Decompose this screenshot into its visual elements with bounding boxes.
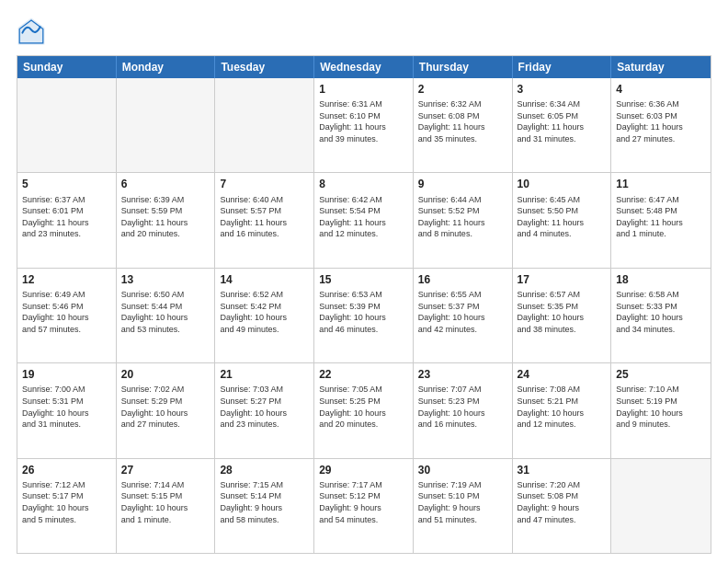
day-number: 11 [616, 177, 706, 191]
day-cell-12: 12Sunrise: 6:49 AM Sunset: 5:46 PM Dayli… [17, 269, 117, 362]
calendar-row-1: 5Sunrise: 6:37 AM Sunset: 6:01 PM Daylig… [17, 172, 711, 267]
calendar-row-3: 19Sunrise: 7:00 AM Sunset: 5:31 PM Dayli… [17, 362, 711, 457]
calendar-header: SundayMondayTuesdayWednesdayThursdayFrid… [17, 56, 711, 78]
day-info: Sunrise: 7:17 AM Sunset: 5:12 PM Dayligh… [319, 479, 408, 525]
day-info: Sunrise: 6:34 AM Sunset: 6:05 PM Dayligh… [518, 98, 607, 144]
day-info: Sunrise: 6:47 AM Sunset: 5:48 PM Dayligh… [616, 194, 706, 240]
logo-icon [17, 17, 46, 46]
day-cell-18: 18Sunrise: 6:58 AM Sunset: 5:33 PM Dayli… [611, 269, 711, 362]
weekday-header-tuesday: Tuesday [215, 56, 314, 78]
calendar: SundayMondayTuesdayWednesdayThursdayFrid… [17, 55, 711, 554]
day-cell-17: 17Sunrise: 6:57 AM Sunset: 5:35 PM Dayli… [513, 269, 612, 362]
day-number: 13 [121, 272, 210, 287]
day-cell-25: 25Sunrise: 7:10 AM Sunset: 5:19 PM Dayli… [611, 363, 711, 457]
day-cell-27: 27Sunrise: 7:14 AM Sunset: 5:15 PM Dayli… [117, 459, 216, 553]
day-cell-16: 16Sunrise: 6:55 AM Sunset: 5:37 PM Dayli… [414, 269, 513, 362]
day-cell-2: 2Sunrise: 6:32 AM Sunset: 6:08 PM Daylig… [414, 78, 513, 172]
day-cell-9: 9Sunrise: 6:44 AM Sunset: 5:52 PM Daylig… [414, 173, 513, 267]
day-info: Sunrise: 6:36 AM Sunset: 6:03 PM Dayligh… [616, 98, 706, 144]
day-info: Sunrise: 7:00 AM Sunset: 5:31 PM Dayligh… [22, 384, 111, 430]
svg-marker-0 [18, 18, 45, 45]
day-info: Sunrise: 7:02 AM Sunset: 5:29 PM Dayligh… [121, 384, 210, 430]
day-info: Sunrise: 6:45 AM Sunset: 5:50 PM Dayligh… [518, 194, 607, 240]
day-cell-20: 20Sunrise: 7:02 AM Sunset: 5:29 PM Dayli… [117, 363, 216, 457]
day-number: 21 [220, 367, 309, 382]
day-cell-21: 21Sunrise: 7:03 AM Sunset: 5:27 PM Dayli… [215, 363, 314, 457]
day-cell-24: 24Sunrise: 7:08 AM Sunset: 5:21 PM Dayli… [513, 363, 612, 457]
day-info: Sunrise: 6:31 AM Sunset: 6:10 PM Dayligh… [319, 98, 408, 144]
day-number: 25 [616, 367, 706, 382]
day-info: Sunrise: 6:44 AM Sunset: 5:52 PM Dayligh… [418, 194, 507, 240]
day-cell-13: 13Sunrise: 6:50 AM Sunset: 5:44 PM Dayli… [117, 269, 216, 362]
day-info: Sunrise: 6:58 AM Sunset: 5:33 PM Dayligh… [616, 289, 706, 335]
day-info: Sunrise: 7:03 AM Sunset: 5:27 PM Dayligh… [220, 384, 309, 430]
day-number: 3 [518, 82, 607, 97]
day-number: 28 [220, 463, 309, 477]
day-number: 30 [418, 463, 507, 477]
day-cell-7: 7Sunrise: 6:40 AM Sunset: 5:57 PM Daylig… [215, 173, 314, 267]
day-cell-1: 1Sunrise: 6:31 AM Sunset: 6:10 PM Daylig… [314, 78, 414, 172]
day-number: 27 [121, 463, 210, 477]
day-number: 17 [518, 272, 607, 287]
day-info: Sunrise: 7:14 AM Sunset: 5:15 PM Dayligh… [121, 479, 210, 525]
day-cell-6: 6Sunrise: 6:39 AM Sunset: 5:59 PM Daylig… [117, 173, 216, 267]
day-number: 5 [22, 177, 111, 191]
day-number: 4 [616, 82, 706, 97]
day-number: 1 [319, 82, 408, 97]
empty-cell-0-1 [117, 78, 216, 172]
day-info: Sunrise: 6:32 AM Sunset: 6:08 PM Dayligh… [418, 98, 507, 144]
day-cell-10: 10Sunrise: 6:45 AM Sunset: 5:50 PM Dayli… [513, 173, 612, 267]
day-info: Sunrise: 6:49 AM Sunset: 5:46 PM Dayligh… [22, 289, 111, 335]
day-cell-5: 5Sunrise: 6:37 AM Sunset: 6:01 PM Daylig… [17, 173, 117, 267]
weekday-header-friday: Friday [513, 56, 612, 78]
day-number: 7 [220, 177, 309, 191]
weekday-header-monday: Monday [117, 56, 216, 78]
day-cell-14: 14Sunrise: 6:52 AM Sunset: 5:42 PM Dayli… [215, 269, 314, 362]
day-cell-8: 8Sunrise: 6:42 AM Sunset: 5:54 PM Daylig… [314, 173, 414, 267]
day-number: 23 [418, 367, 507, 382]
day-number: 14 [220, 272, 309, 287]
day-number: 8 [319, 177, 408, 191]
day-info: Sunrise: 7:20 AM Sunset: 5:08 PM Dayligh… [518, 479, 607, 525]
day-cell-22: 22Sunrise: 7:05 AM Sunset: 5:25 PM Dayli… [314, 363, 414, 457]
weekday-header-wednesday: Wednesday [314, 56, 414, 78]
day-cell-3: 3Sunrise: 6:34 AM Sunset: 6:05 PM Daylig… [513, 78, 612, 172]
day-number: 19 [22, 367, 111, 382]
day-cell-26: 26Sunrise: 7:12 AM Sunset: 5:17 PM Dayli… [17, 459, 117, 553]
weekday-header-saturday: Saturday [611, 56, 711, 78]
empty-cell-4-6 [611, 459, 711, 553]
day-number: 12 [22, 272, 111, 287]
day-info: Sunrise: 6:39 AM Sunset: 5:59 PM Dayligh… [121, 194, 210, 240]
day-cell-31: 31Sunrise: 7:20 AM Sunset: 5:08 PM Dayli… [513, 459, 612, 553]
header [17, 17, 711, 46]
day-number: 2 [418, 82, 507, 97]
day-cell-30: 30Sunrise: 7:19 AM Sunset: 5:10 PM Dayli… [414, 459, 513, 553]
day-info: Sunrise: 6:42 AM Sunset: 5:54 PM Dayligh… [319, 194, 408, 240]
day-info: Sunrise: 6:57 AM Sunset: 5:35 PM Dayligh… [518, 289, 607, 335]
day-number: 15 [319, 272, 408, 287]
page: SundayMondayTuesdayWednesdayThursdayFrid… [0, 0, 728, 563]
logo [17, 17, 51, 46]
day-info: Sunrise: 7:12 AM Sunset: 5:17 PM Dayligh… [22, 479, 111, 525]
day-info: Sunrise: 7:10 AM Sunset: 5:19 PM Dayligh… [616, 384, 706, 430]
day-info: Sunrise: 6:40 AM Sunset: 5:57 PM Dayligh… [220, 194, 309, 240]
day-cell-19: 19Sunrise: 7:00 AM Sunset: 5:31 PM Dayli… [17, 363, 117, 457]
day-info: Sunrise: 6:53 AM Sunset: 5:39 PM Dayligh… [319, 289, 408, 335]
day-number: 18 [616, 272, 706, 287]
day-info: Sunrise: 6:37 AM Sunset: 6:01 PM Dayligh… [22, 194, 111, 240]
calendar-body: 1Sunrise: 6:31 AM Sunset: 6:10 PM Daylig… [17, 78, 711, 553]
day-number: 20 [121, 367, 210, 382]
calendar-row-2: 12Sunrise: 6:49 AM Sunset: 5:46 PM Dayli… [17, 268, 711, 362]
day-number: 10 [518, 177, 607, 191]
day-info: Sunrise: 7:19 AM Sunset: 5:10 PM Dayligh… [418, 479, 507, 525]
day-cell-23: 23Sunrise: 7:07 AM Sunset: 5:23 PM Dayli… [414, 363, 513, 457]
day-info: Sunrise: 7:07 AM Sunset: 5:23 PM Dayligh… [418, 384, 507, 430]
day-info: Sunrise: 6:55 AM Sunset: 5:37 PM Dayligh… [418, 289, 507, 335]
calendar-row-0: 1Sunrise: 6:31 AM Sunset: 6:10 PM Daylig… [17, 78, 711, 172]
day-number: 16 [418, 272, 507, 287]
day-number: 9 [418, 177, 507, 191]
day-cell-11: 11Sunrise: 6:47 AM Sunset: 5:48 PM Dayli… [611, 173, 711, 267]
calendar-row-4: 26Sunrise: 7:12 AM Sunset: 5:17 PM Dayli… [17, 458, 711, 553]
day-number: 31 [518, 463, 607, 477]
weekday-header-sunday: Sunday [17, 56, 117, 78]
